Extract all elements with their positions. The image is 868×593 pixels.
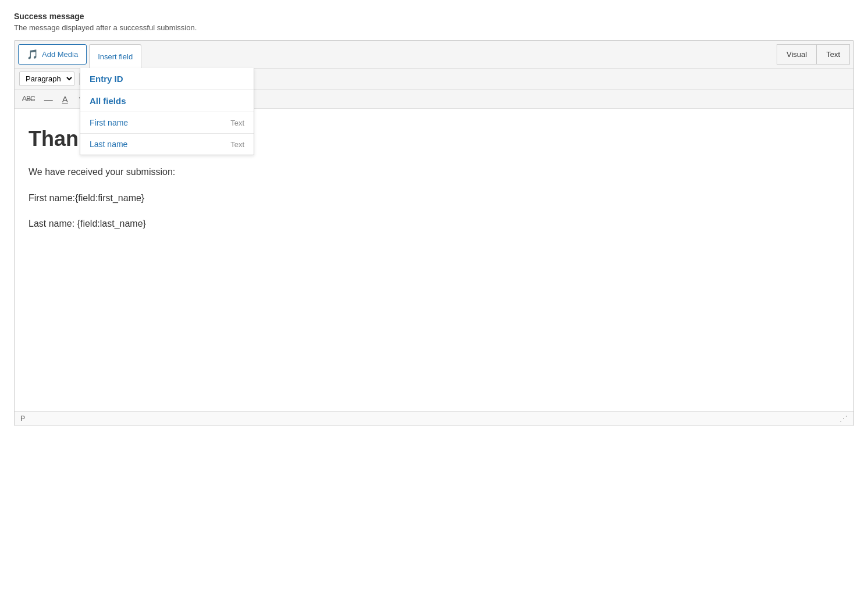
dropdown-item-all-fields[interactable]: All fields bbox=[80, 90, 254, 112]
text-tab-button[interactable]: Text bbox=[816, 44, 850, 65]
last-name-label: Last name bbox=[90, 140, 127, 149]
add-media-button[interactable]: 🎵 Add Media bbox=[18, 44, 87, 65]
paragraph-select[interactable]: Paragraph bbox=[19, 72, 74, 86]
editor-line-2: First name:{field:first_name} bbox=[29, 190, 839, 207]
emdash-button[interactable]: — bbox=[41, 92, 56, 106]
insert-field-label: Insert field bbox=[98, 52, 133, 61]
dropdown-item-first-name[interactable]: First name Text bbox=[80, 112, 254, 134]
editor-line-3: Last name: {field:last_name} bbox=[29, 216, 839, 233]
add-media-icon: 🎵 bbox=[27, 49, 38, 60]
underline-button[interactable]: A bbox=[59, 92, 71, 106]
editor-wrapper: 🎵 Add Media Insert field Entry ID All fi… bbox=[14, 40, 854, 426]
current-tag: P bbox=[20, 415, 25, 423]
editor-statusbar: P ⋰ bbox=[15, 411, 853, 426]
toolbar-top: 🎵 Add Media Insert field Entry ID All fi… bbox=[15, 41, 853, 69]
insert-field-button[interactable]: Insert field bbox=[89, 44, 141, 68]
dropdown-item-last-name[interactable]: Last name Text bbox=[80, 134, 254, 155]
insert-field-dropdown: Entry ID All fields First name Text Last… bbox=[80, 68, 254, 155]
editor-line-1: We have received your submission: bbox=[29, 164, 839, 181]
resize-handle[interactable]: ⋰ bbox=[839, 414, 848, 423]
visual-tab-button[interactable]: Visual bbox=[777, 44, 816, 65]
section-title: Success message bbox=[14, 12, 854, 21]
all-fields-label: All fields bbox=[90, 96, 126, 106]
first-name-type: Text bbox=[230, 119, 244, 127]
dropdown-item-entry-id[interactable]: Entry ID bbox=[80, 68, 254, 90]
last-name-type: Text bbox=[230, 140, 244, 149]
section-description: The message displayed after a successful… bbox=[14, 23, 854, 32]
add-media-label: Add Media bbox=[42, 50, 78, 59]
strikethrough-button[interactable]: ABC bbox=[19, 93, 38, 105]
entry-id-label: Entry ID bbox=[90, 74, 123, 84]
first-name-label: First name bbox=[90, 118, 128, 127]
